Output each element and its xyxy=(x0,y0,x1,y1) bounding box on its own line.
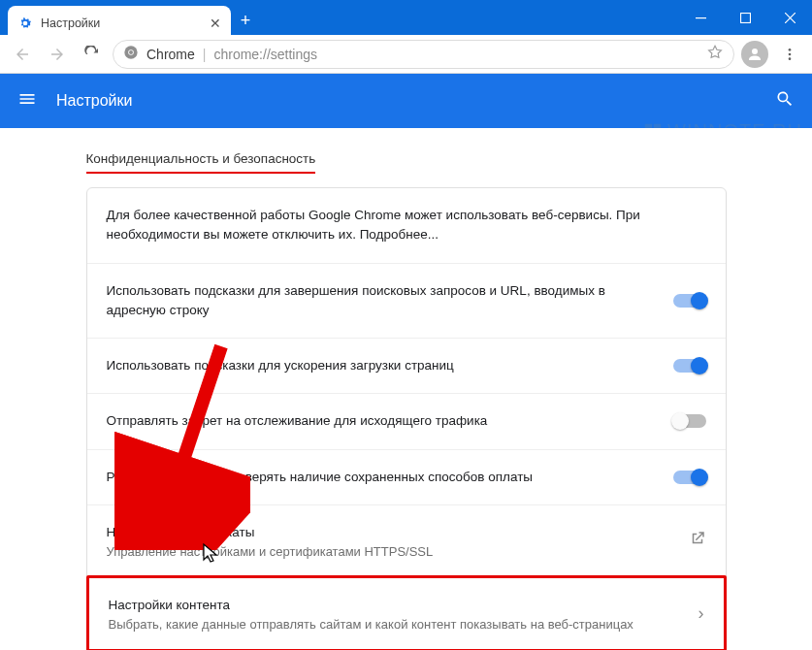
forward-button[interactable] xyxy=(43,40,72,69)
tab-title: Настройки xyxy=(41,16,100,30)
bookmark-star-icon[interactable] xyxy=(706,44,724,64)
svg-point-6 xyxy=(789,52,792,55)
settings-content: Конфиденциальность и безопасность Для бо… xyxy=(0,128,812,650)
search-icon[interactable] xyxy=(775,89,795,113)
settings-card: Для более качественной работы Google Chr… xyxy=(86,187,727,650)
payment-check-row: Разрешить сайтам проверять наличие сохра… xyxy=(87,449,726,504)
external-link-icon xyxy=(689,530,706,551)
svg-rect-1 xyxy=(740,13,750,22)
reload-button[interactable] xyxy=(78,40,107,69)
certificates-row[interactable]: Настроить сертификаты Управление настрой… xyxy=(87,504,726,576)
row-label: Использовать подсказки для ускорения заг… xyxy=(107,356,660,375)
toggle-preload[interactable] xyxy=(673,359,706,373)
row-sublabel: Управление настройками и сертификатами H… xyxy=(107,544,675,559)
omnibox[interactable]: Chrome | chrome://settings xyxy=(113,40,734,69)
row-label: Отправлять запрет на отслеживание для ис… xyxy=(107,411,660,431)
intro-row: Для более качественной работы Google Chr… xyxy=(87,188,726,263)
minimize-button[interactable] xyxy=(678,0,723,35)
maximize-button[interactable] xyxy=(723,0,767,35)
chrome-logo-icon xyxy=(123,45,139,63)
row-label: Настройки контента xyxy=(109,596,685,615)
dnt-row: Отправлять запрет на отслеживание для ис… xyxy=(87,393,726,448)
toggle-search-suggestions[interactable] xyxy=(673,294,706,308)
row-label: Настроить сертификаты xyxy=(107,523,675,542)
content-settings-row[interactable]: Настройки контента Выбрать, какие данные… xyxy=(86,575,727,650)
close-window-button[interactable] xyxy=(767,0,812,35)
back-button[interactable] xyxy=(8,40,37,69)
svg-point-4 xyxy=(129,50,133,54)
section-title: Конфиденциальность и безопасность xyxy=(86,147,316,174)
page-title: Настройки xyxy=(56,92,132,110)
menu-button[interactable] xyxy=(775,40,804,69)
search-suggestions-row: Использовать подсказки для завершения по… xyxy=(87,263,726,339)
row-label: Разрешить сайтам проверять наличие сохра… xyxy=(107,468,660,487)
row-sublabel: Выбрать, какие данные отправлять сайтам … xyxy=(109,617,685,632)
url-text: chrome://settings xyxy=(213,47,317,62)
profile-avatar[interactable] xyxy=(740,40,769,69)
browser-tab[interactable]: Настройки ✕ xyxy=(8,6,231,41)
row-label: Использовать подсказки для завершения по… xyxy=(107,281,660,321)
preload-row: Использовать подсказки для ускорения заг… xyxy=(87,338,726,393)
svg-rect-0 xyxy=(696,17,706,18)
chevron-right-icon: › xyxy=(698,603,704,624)
address-bar: Chrome | chrome://settings xyxy=(0,35,812,74)
url-separator: | xyxy=(203,47,207,62)
svg-point-7 xyxy=(789,57,792,60)
learn-more-link[interactable]: Подробнее... xyxy=(360,227,438,242)
close-tab-icon[interactable]: ✕ xyxy=(210,16,221,31)
window-titlebar: Настройки ✕ + xyxy=(0,0,812,35)
url-label: Chrome xyxy=(146,47,195,62)
menu-icon[interactable] xyxy=(17,89,37,113)
person-icon xyxy=(741,41,768,68)
toggle-do-not-track[interactable] xyxy=(673,414,706,428)
new-tab-button[interactable]: + xyxy=(231,6,260,35)
toggle-payment-check[interactable] xyxy=(673,471,706,484)
svg-point-5 xyxy=(789,49,792,51)
gear-icon xyxy=(17,16,33,31)
